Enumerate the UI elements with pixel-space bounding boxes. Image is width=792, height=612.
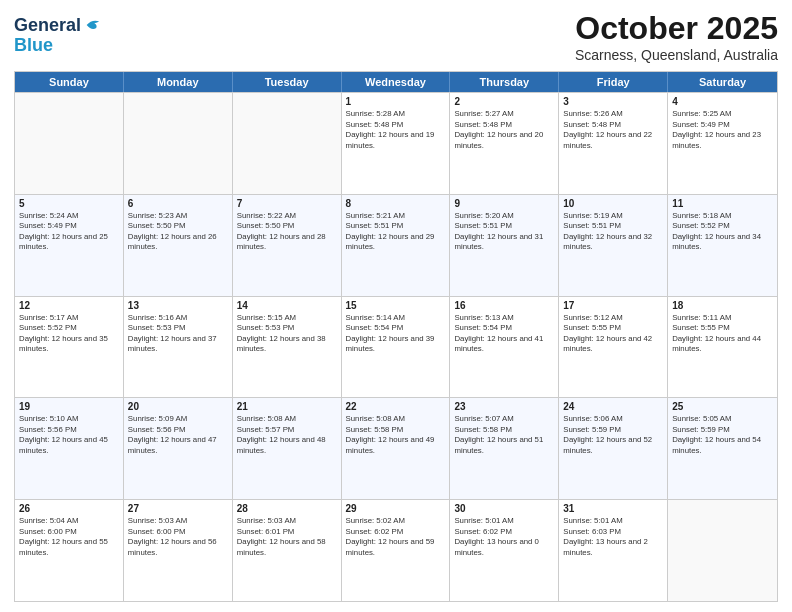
calendar-cell: 7Sunrise: 5:22 AMSunset: 5:50 PMDaylight… [233,195,342,296]
cell-day-number: 31 [563,503,663,514]
calendar-row: 1Sunrise: 5:28 AMSunset: 5:48 PMDaylight… [15,92,777,194]
cell-sun-info: Sunrise: 5:25 AMSunset: 5:49 PMDaylight:… [672,109,773,151]
cell-day-number: 11 [672,198,773,209]
calendar-cell: 5Sunrise: 5:24 AMSunset: 5:49 PMDaylight… [15,195,124,296]
cell-day-number: 7 [237,198,337,209]
cell-sun-info: Sunrise: 5:19 AMSunset: 5:51 PMDaylight:… [563,211,663,253]
header: General Blue October 2025 Scarness, Quee… [14,10,778,63]
calendar-cell: 1Sunrise: 5:28 AMSunset: 5:48 PMDaylight… [342,93,451,194]
subtitle: Scarness, Queensland, Australia [575,47,778,63]
cell-day-number: 2 [454,96,554,107]
cell-sun-info: Sunrise: 5:04 AMSunset: 6:00 PMDaylight:… [19,516,119,558]
weekday-header-sunday: Sunday [15,72,124,92]
cell-sun-info: Sunrise: 5:14 AMSunset: 5:54 PMDaylight:… [346,313,446,355]
cell-day-number: 29 [346,503,446,514]
cell-day-number: 8 [346,198,446,209]
cell-day-number: 15 [346,300,446,311]
cell-sun-info: Sunrise: 5:08 AMSunset: 5:58 PMDaylight:… [346,414,446,456]
calendar-cell: 2Sunrise: 5:27 AMSunset: 5:48 PMDaylight… [450,93,559,194]
month-title: October 2025 [575,10,778,47]
calendar-cell: 15Sunrise: 5:14 AMSunset: 5:54 PMDayligh… [342,297,451,398]
calendar-cell: 30Sunrise: 5:01 AMSunset: 6:02 PMDayligh… [450,500,559,601]
calendar-cell: 4Sunrise: 5:25 AMSunset: 5:49 PMDaylight… [668,93,777,194]
calendar-cell: 9Sunrise: 5:20 AMSunset: 5:51 PMDaylight… [450,195,559,296]
cell-sun-info: Sunrise: 5:26 AMSunset: 5:48 PMDaylight:… [563,109,663,151]
weekday-header-monday: Monday [124,72,233,92]
cell-sun-info: Sunrise: 5:03 AMSunset: 6:00 PMDaylight:… [128,516,228,558]
calendar-cell: 10Sunrise: 5:19 AMSunset: 5:51 PMDayligh… [559,195,668,296]
cell-day-number: 4 [672,96,773,107]
calendar-row: 19Sunrise: 5:10 AMSunset: 5:56 PMDayligh… [15,397,777,499]
calendar-cell: 19Sunrise: 5:10 AMSunset: 5:56 PMDayligh… [15,398,124,499]
cell-day-number: 28 [237,503,337,514]
cell-day-number: 17 [563,300,663,311]
cell-sun-info: Sunrise: 5:12 AMSunset: 5:55 PMDaylight:… [563,313,663,355]
cell-sun-info: Sunrise: 5:22 AMSunset: 5:50 PMDaylight:… [237,211,337,253]
cell-sun-info: Sunrise: 5:05 AMSunset: 5:59 PMDaylight:… [672,414,773,456]
calendar-row: 5Sunrise: 5:24 AMSunset: 5:49 PMDaylight… [15,194,777,296]
calendar-cell [124,93,233,194]
calendar-cell [233,93,342,194]
calendar-cell: 23Sunrise: 5:07 AMSunset: 5:58 PMDayligh… [450,398,559,499]
calendar-cell: 20Sunrise: 5:09 AMSunset: 5:56 PMDayligh… [124,398,233,499]
cell-day-number: 18 [672,300,773,311]
weekday-header-thursday: Thursday [450,72,559,92]
cell-sun-info: Sunrise: 5:10 AMSunset: 5:56 PMDaylight:… [19,414,119,456]
cell-sun-info: Sunrise: 5:01 AMSunset: 6:03 PMDaylight:… [563,516,663,558]
cell-day-number: 27 [128,503,228,514]
cell-day-number: 10 [563,198,663,209]
cell-day-number: 21 [237,401,337,412]
cell-sun-info: Sunrise: 5:06 AMSunset: 5:59 PMDaylight:… [563,414,663,456]
cell-day-number: 19 [19,401,119,412]
cell-sun-info: Sunrise: 5:07 AMSunset: 5:58 PMDaylight:… [454,414,554,456]
calendar-cell: 26Sunrise: 5:04 AMSunset: 6:00 PMDayligh… [15,500,124,601]
calendar-cell: 16Sunrise: 5:13 AMSunset: 5:54 PMDayligh… [450,297,559,398]
calendar-cell: 14Sunrise: 5:15 AMSunset: 5:53 PMDayligh… [233,297,342,398]
calendar-cell: 13Sunrise: 5:16 AMSunset: 5:53 PMDayligh… [124,297,233,398]
cell-day-number: 1 [346,96,446,107]
calendar-cell: 22Sunrise: 5:08 AMSunset: 5:58 PMDayligh… [342,398,451,499]
weekday-header-friday: Friday [559,72,668,92]
weekday-header-saturday: Saturday [668,72,777,92]
cell-sun-info: Sunrise: 5:11 AMSunset: 5:55 PMDaylight:… [672,313,773,355]
cell-day-number: 23 [454,401,554,412]
calendar-cell: 6Sunrise: 5:23 AMSunset: 5:50 PMDaylight… [124,195,233,296]
cell-sun-info: Sunrise: 5:03 AMSunset: 6:01 PMDaylight:… [237,516,337,558]
calendar-cell: 25Sunrise: 5:05 AMSunset: 5:59 PMDayligh… [668,398,777,499]
calendar-cell: 3Sunrise: 5:26 AMSunset: 5:48 PMDaylight… [559,93,668,194]
cell-day-number: 26 [19,503,119,514]
calendar-cell: 8Sunrise: 5:21 AMSunset: 5:51 PMDaylight… [342,195,451,296]
calendar-cell: 11Sunrise: 5:18 AMSunset: 5:52 PMDayligh… [668,195,777,296]
cell-sun-info: Sunrise: 5:15 AMSunset: 5:53 PMDaylight:… [237,313,337,355]
cell-day-number: 30 [454,503,554,514]
cell-day-number: 20 [128,401,228,412]
calendar-cell: 17Sunrise: 5:12 AMSunset: 5:55 PMDayligh… [559,297,668,398]
cell-sun-info: Sunrise: 5:28 AMSunset: 5:48 PMDaylight:… [346,109,446,151]
calendar: SundayMondayTuesdayWednesdayThursdayFrid… [14,71,778,602]
cell-sun-info: Sunrise: 5:17 AMSunset: 5:52 PMDaylight:… [19,313,119,355]
cell-sun-info: Sunrise: 5:21 AMSunset: 5:51 PMDaylight:… [346,211,446,253]
calendar-cell: 27Sunrise: 5:03 AMSunset: 6:00 PMDayligh… [124,500,233,601]
cell-sun-info: Sunrise: 5:08 AMSunset: 5:57 PMDaylight:… [237,414,337,456]
cell-day-number: 5 [19,198,119,209]
cell-day-number: 9 [454,198,554,209]
title-block: October 2025 Scarness, Queensland, Austr… [575,10,778,63]
cell-sun-info: Sunrise: 5:27 AMSunset: 5:48 PMDaylight:… [454,109,554,151]
cell-day-number: 3 [563,96,663,107]
calendar-header: SundayMondayTuesdayWednesdayThursdayFrid… [15,72,777,92]
logo-blue: Blue [14,36,53,54]
calendar-cell: 29Sunrise: 5:02 AMSunset: 6:02 PMDayligh… [342,500,451,601]
calendar-cell: 21Sunrise: 5:08 AMSunset: 5:57 PMDayligh… [233,398,342,499]
calendar-body: 1Sunrise: 5:28 AMSunset: 5:48 PMDaylight… [15,92,777,601]
cell-day-number: 14 [237,300,337,311]
cell-day-number: 12 [19,300,119,311]
cell-day-number: 6 [128,198,228,209]
cell-sun-info: Sunrise: 5:01 AMSunset: 6:02 PMDaylight:… [454,516,554,558]
cell-sun-info: Sunrise: 5:09 AMSunset: 5:56 PMDaylight:… [128,414,228,456]
logo-general: General [14,16,81,34]
cell-sun-info: Sunrise: 5:18 AMSunset: 5:52 PMDaylight:… [672,211,773,253]
cell-sun-info: Sunrise: 5:16 AMSunset: 5:53 PMDaylight:… [128,313,228,355]
calendar-cell: 24Sunrise: 5:06 AMSunset: 5:59 PMDayligh… [559,398,668,499]
cell-day-number: 22 [346,401,446,412]
weekday-header-wednesday: Wednesday [342,72,451,92]
